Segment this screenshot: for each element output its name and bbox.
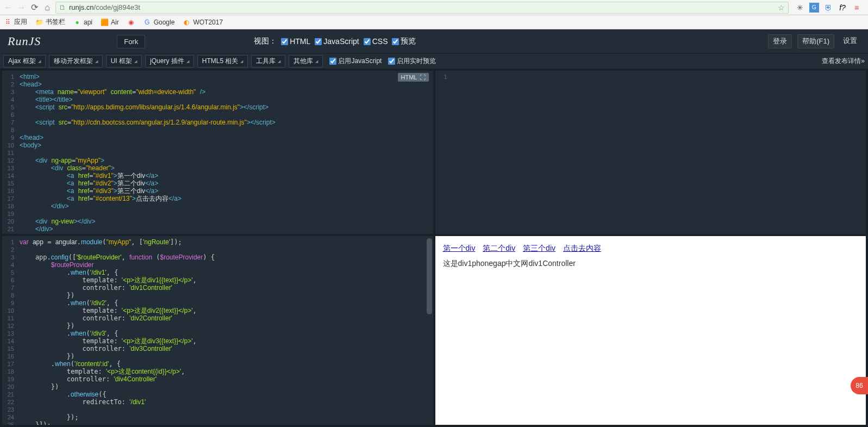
bookmark-google[interactable]: GGoogle <box>143 18 175 27</box>
js-gutter: 1234567891011121314151617181920212223242… <box>2 236 16 425</box>
bookmark-air[interactable]: 🟧Air <box>100 18 119 27</box>
scrollbar-thumb[interactable] <box>427 238 432 314</box>
enable-js-checkbox[interactable] <box>329 58 336 65</box>
forward-icon[interactable]: → <box>16 3 26 13</box>
publish-details-link[interactable]: 查看发布详情» <box>822 57 865 66</box>
html-checkbox[interactable] <box>281 38 288 45</box>
bookmark-wot[interactable]: ◐WOT2017 <box>182 18 223 27</box>
other-dropdown[interactable]: 其他库 <box>289 55 323 67</box>
css-gutter: 1 <box>435 71 449 234</box>
js-code[interactable]: var app = angular.module("myApp", ['ngRo… <box>16 236 433 425</box>
preview-panel: 第一个div 第二个div 第三个div 点击去内容 这是div1phonega… <box>435 236 866 425</box>
preview-output: 这是div1phonegap中文网div1Controller <box>443 259 859 269</box>
css-code[interactable] <box>449 71 866 234</box>
toggle-html[interactable]: HTML <box>281 37 310 46</box>
wechat-icon: ● <box>73 18 82 27</box>
reload-icon[interactable]: ⟳ <box>29 3 39 13</box>
view-options: 视图： HTML JavaScript CSS 预览 <box>254 36 416 46</box>
ext-bug-icon[interactable]: ✳ <box>795 3 805 13</box>
menu-icon[interactable]: ≡ <box>852 3 861 13</box>
expand-icon[interactable]: ⛶ <box>420 74 426 81</box>
ext-translate-icon[interactable]: G <box>809 3 819 13</box>
fork-button[interactable]: Fork <box>117 35 145 48</box>
css-editor-panel[interactable]: 1 <box>435 71 866 234</box>
apps-icon: ⠿ <box>3 18 12 27</box>
enable-realtime-toggle[interactable]: 启用实时预览 <box>388 57 436 66</box>
ext-f-icon[interactable]: f? <box>838 3 847 13</box>
preview-link-1[interactable]: 第一个div <box>443 244 476 252</box>
enable-js-toggle[interactable]: 启用JavaScript <box>329 57 382 66</box>
mobile-dropdown[interactable]: 移动开发框架 <box>49 55 103 67</box>
preview-checkbox[interactable] <box>392 38 399 45</box>
preview-links: 第一个div 第二个div 第三个div 点击去内容 <box>443 244 859 253</box>
google-icon: G <box>143 18 152 27</box>
home-icon[interactable]: ⌂ <box>42 3 52 13</box>
toggle-css[interactable]: CSS <box>364 37 388 46</box>
login-button[interactable]: 登录 <box>768 34 792 48</box>
tools-dropdown[interactable]: 工具库 <box>251 55 285 67</box>
pocket-icon: ◉ <box>127 18 135 27</box>
ajax-dropdown[interactable]: Ajax 框架 <box>3 55 46 67</box>
bookmark-folder[interactable]: 📁书签栏 <box>35 17 65 27</box>
html-editor-panel[interactable]: 1234567891011121314151617181920212223 <h… <box>2 71 433 234</box>
css-checkbox[interactable] <box>364 38 371 45</box>
url-domain: runjs.cn <box>69 3 94 11</box>
notification-bubble[interactable]: 86 <box>851 377 868 394</box>
jquery-dropdown[interactable]: jQuery 插件 <box>145 55 194 67</box>
js-editor-panel[interactable]: 1234567891011121314151617181920212223242… <box>2 236 433 425</box>
bookmark-api[interactable]: ●api <box>73 18 92 27</box>
wot-icon: ◐ <box>182 18 191 27</box>
ui-dropdown[interactable]: UI 框架 <box>106 55 142 67</box>
preview-link-3[interactable]: 第三个div <box>523 244 555 252</box>
logo[interactable]: RunJS <box>8 34 41 48</box>
settings-button[interactable]: 设置 <box>840 34 860 48</box>
html-gutter: 1234567891011121314151617181920212223 <box>2 71 16 234</box>
air-icon: 🟧 <box>100 18 109 27</box>
header-right: 登录 帮助(F1) 设置 <box>768 34 860 48</box>
library-toolbar: Ajax 框架 移动开发框架 UI 框架 jQuery 插件 HTML5 相关 … <box>0 53 868 69</box>
browser-nav-bar: ← → ⟳ ⌂ 🗋 runjs.cn/code/gj894e3t ☆ ✳ G ⛨… <box>0 0 868 15</box>
url-path: /code/gj894e3t <box>94 3 140 11</box>
apps-shortcut[interactable]: ⠿应用 <box>3 17 27 27</box>
bookmark-pocket[interactable]: ◉ <box>127 18 135 27</box>
app-header: RunJS Fork 视图： HTML JavaScript CSS 预览 登录… <box>0 29 868 53</box>
html-badge[interactable]: HTML ⛶ <box>398 73 429 82</box>
preview-link-4[interactable]: 点击去内容 <box>563 244 601 252</box>
url-bar[interactable]: 🗋 runjs.cn/code/gj894e3t ☆ <box>55 2 789 14</box>
toggle-js[interactable]: JavaScript <box>315 37 359 46</box>
toggle-preview[interactable]: 预览 <box>392 36 416 46</box>
bookmark-bar: ⠿应用 📁书签栏 ●api 🟧Air ◉ GGoogle ◐WOT2017 <box>0 15 868 29</box>
editor-panels: 1234567891011121314151617181920212223 <h… <box>0 69 868 427</box>
view-label: 视图： <box>254 36 277 46</box>
html-code[interactable]: <html> <head> <meta name="viewport" cont… <box>16 71 433 234</box>
help-button[interactable]: 帮助(F1) <box>797 34 834 48</box>
folder-icon: 📁 <box>35 18 43 27</box>
preview-link-2[interactable]: 第二个div <box>483 244 515 252</box>
enable-rt-checkbox[interactable] <box>388 58 395 65</box>
html5-dropdown[interactable]: HTML5 相关 <box>197 55 248 67</box>
extensions: ✳ G ⛨ f? ≡ <box>792 3 865 13</box>
page-icon: 🗋 <box>59 4 66 11</box>
bookmark-star-icon[interactable]: ☆ <box>778 3 785 12</box>
js-checkbox[interactable] <box>315 38 322 45</box>
back-icon[interactable]: ← <box>3 3 13 13</box>
ext-shield-icon[interactable]: ⛨ <box>823 3 833 13</box>
